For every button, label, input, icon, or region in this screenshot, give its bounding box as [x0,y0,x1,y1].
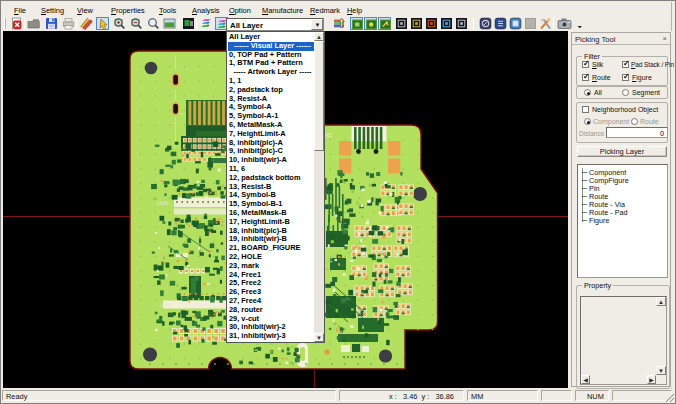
svg-text:U28x: U28x [157,200,169,206]
svg-text:U2x5: U2x5 [160,302,172,308]
